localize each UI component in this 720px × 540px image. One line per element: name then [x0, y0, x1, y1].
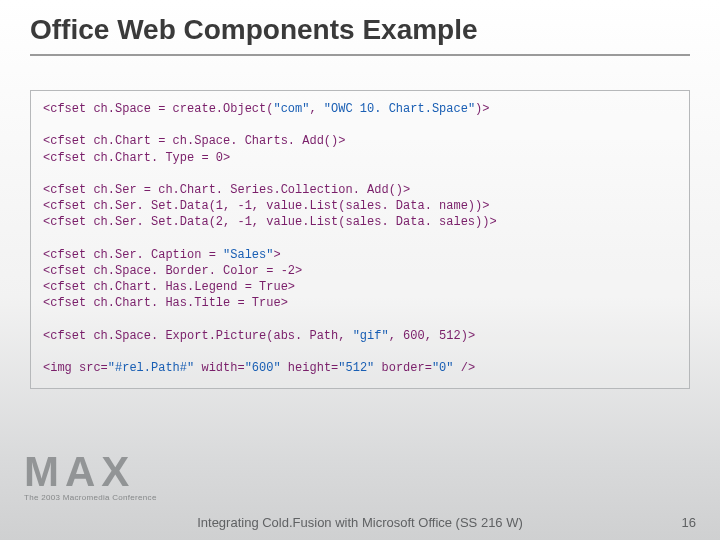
code-line: <cfset ch.Ser. Caption =	[43, 248, 223, 262]
code-block: <cfset ch.Space = create.Object("com", "…	[30, 90, 690, 389]
code-line: <cfset ch.Chart. Has.Legend = True>	[43, 280, 295, 294]
code-line: <img src=	[43, 361, 108, 375]
code-line: <cfset ch.Ser. Set.Data(1, -1, value.Lis…	[43, 199, 489, 213]
code-line: <cfset ch.Space = create.Object(	[43, 102, 273, 116]
logo-text: MAX	[24, 455, 174, 489]
logo-subtitle: The 2003 Macromedia Conference	[24, 493, 174, 502]
footer-title: Integrating Cold.Fusion with Microsoft O…	[0, 515, 720, 530]
code-line: <cfset ch.Chart. Type = 0>	[43, 151, 230, 165]
title-underline	[30, 54, 690, 56]
code-line: <cfset ch.Ser = ch.Chart. Series.Collect…	[43, 183, 410, 197]
code-line: <cfset ch.Chart. Has.Title = True>	[43, 296, 288, 310]
footer-logo: MAX The 2003 Macromedia Conference	[24, 455, 174, 502]
code-line: <cfset ch.Chart = ch.Space. Charts. Add(…	[43, 134, 345, 148]
code-line: <cfset ch.Space. Border. Color = -2>	[43, 264, 302, 278]
code-content: <cfset ch.Space = create.Object("com", "…	[43, 101, 677, 376]
slide-title: Office Web Components Example	[30, 14, 478, 46]
page-number: 16	[682, 515, 696, 530]
code-line: <cfset ch.Space. Export.Picture(abs. Pat…	[43, 329, 353, 343]
code-line: <cfset ch.Ser. Set.Data(2, -1, value.Lis…	[43, 215, 497, 229]
